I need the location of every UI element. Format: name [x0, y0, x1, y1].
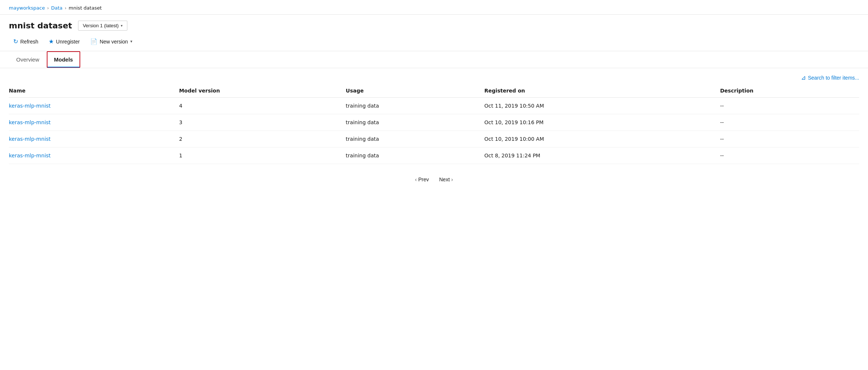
tab-models-label: Models — [54, 56, 73, 63]
breadcrumb: mayworkspace › Data › mnist dataset — [0, 0, 868, 15]
unregister-label: Unregister — [56, 39, 80, 45]
col-description: Description — [720, 84, 859, 98]
new-version-icon: 📄 — [90, 38, 98, 45]
cell-registered-on: Oct 10, 2019 10:00 AM — [484, 131, 720, 147]
model-link[interactable]: keras-mlp-mnist — [9, 136, 51, 142]
cell-name: keras-mlp-mnist — [9, 114, 179, 131]
col-registered-on: Registered on — [484, 84, 720, 98]
models-table-container: Name Model version Usage Registered on D… — [0, 84, 868, 164]
page-header: mnist dataset Version 1 (latest) ▾ — [0, 15, 868, 34]
version-dropdown[interactable]: Version 1 (latest) ▾ — [78, 21, 128, 31]
cell-description: -- — [720, 98, 859, 114]
filter-label: Search to filter items... — [808, 75, 859, 81]
star-icon: ★ — [49, 38, 54, 45]
new-version-button[interactable]: 📄 New version ▾ — [86, 36, 137, 47]
cell-model-version: 4 — [179, 98, 346, 114]
table-header-row: Name Model version Usage Registered on D… — [9, 84, 859, 98]
filter-icon: ⊿ — [801, 74, 806, 81]
refresh-label: Refresh — [20, 39, 38, 45]
next-label: Next — [439, 177, 450, 182]
filter-area: ⊿ Search to filter items... — [0, 68, 868, 84]
next-button[interactable]: Next › — [435, 174, 456, 185]
breadcrumb-sep-1: › — [47, 6, 49, 11]
breadcrumb-workspace[interactable]: mayworkspace — [9, 5, 45, 11]
toolbar: ↻ Refresh ★ Unregister 📄 New version ▾ — [0, 34, 868, 51]
col-model-version: Model version — [179, 84, 346, 98]
refresh-icon: ↻ — [13, 38, 18, 45]
table-row: keras-mlp-mnist 4 training data Oct 11, … — [9, 98, 859, 114]
prev-label: Prev — [418, 177, 429, 182]
cell-description: -- — [720, 131, 859, 147]
cell-description: -- — [720, 147, 859, 164]
cell-usage: training data — [346, 147, 484, 164]
cell-registered-on: Oct 8, 2019 11:24 PM — [484, 147, 720, 164]
pagination: ‹ Prev Next › — [0, 164, 868, 195]
cell-usage: training data — [346, 114, 484, 131]
unregister-button[interactable]: ★ Unregister — [44, 36, 84, 47]
chevron-down-icon: ▾ — [121, 24, 123, 28]
refresh-button[interactable]: ↻ Refresh — [9, 36, 43, 47]
col-name: Name — [9, 84, 179, 98]
new-version-chevron-icon: ▾ — [130, 39, 133, 44]
table-row: keras-mlp-mnist 2 training data Oct 10, … — [9, 131, 859, 147]
cell-description: -- — [720, 114, 859, 131]
cell-usage: training data — [346, 98, 484, 114]
new-version-label: New version — [100, 39, 128, 45]
cell-usage: training data — [346, 131, 484, 147]
version-label: Version 1 (latest) — [83, 23, 119, 28]
cell-name: keras-mlp-mnist — [9, 98, 179, 114]
tab-models[interactable]: Models — [47, 51, 81, 68]
cell-registered-on: Oct 10, 2019 10:16 PM — [484, 114, 720, 131]
tab-overview-label: Overview — [16, 56, 39, 63]
cell-model-version: 2 — [179, 131, 346, 147]
filter-button[interactable]: ⊿ Search to filter items... — [801, 74, 859, 81]
prev-arrow-icon: ‹ — [415, 177, 417, 182]
model-link[interactable]: keras-mlp-mnist — [9, 103, 51, 109]
breadcrumb-data[interactable]: Data — [51, 5, 63, 11]
table-row: keras-mlp-mnist 1 training data Oct 8, 2… — [9, 147, 859, 164]
cell-name: keras-mlp-mnist — [9, 131, 179, 147]
cell-name: keras-mlp-mnist — [9, 147, 179, 164]
model-link[interactable]: keras-mlp-mnist — [9, 119, 51, 125]
cell-model-version: 3 — [179, 114, 346, 131]
tab-overview[interactable]: Overview — [9, 51, 47, 68]
next-arrow-icon: › — [451, 177, 453, 182]
prev-button[interactable]: ‹ Prev — [412, 174, 433, 185]
breadcrumb-sep-2: › — [65, 6, 67, 11]
breadcrumb-current: mnist dataset — [69, 5, 102, 11]
cell-model-version: 1 — [179, 147, 346, 164]
cell-registered-on: Oct 11, 2019 10:50 AM — [484, 98, 720, 114]
col-usage: Usage — [346, 84, 484, 98]
models-table: Name Model version Usage Registered on D… — [9, 84, 859, 164]
page-title: mnist dataset — [9, 21, 72, 30]
model-link[interactable]: keras-mlp-mnist — [9, 153, 51, 158]
table-row: keras-mlp-mnist 3 training data Oct 10, … — [9, 114, 859, 131]
tabs-container: Overview Models — [0, 51, 868, 68]
